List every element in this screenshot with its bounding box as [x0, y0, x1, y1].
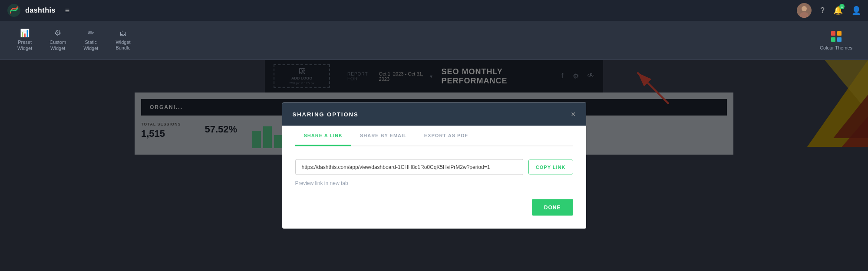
preset-widget-label: PresetWidget: [17, 40, 32, 51]
copy-link-button[interactable]: COPY LINK: [528, 160, 573, 175]
modal-footer: DONE: [295, 199, 573, 216]
main-area: 🖼 ADD LOGO 250 px X 125 px REPORT FOR Oc…: [0, 60, 868, 271]
modal-tabs: SHARE A LINK SHARE BY EMAIL EXPORT AS PD…: [295, 126, 573, 146]
svg-point-1: [802, 6, 807, 11]
tab-export-pdf[interactable]: EXPORT AS PDF: [416, 126, 477, 146]
tab-share-email-label: SHARE BY EMAIL: [360, 133, 407, 138]
svg-rect-3: [831, 31, 835, 36]
widget-bundle-icon: 🗂: [119, 29, 127, 38]
svg-rect-4: [837, 31, 842, 36]
logo-area: dashthis ≡: [7, 3, 69, 17]
preset-widget-icon: 📊: [20, 28, 30, 38]
static-widget-icon: ✏: [88, 28, 94, 38]
tab-static-widget[interactable]: ✏ StaticWidget: [75, 21, 107, 59]
tab-colour-themes[interactable]: Colour Themes: [813, 21, 859, 59]
tab-share-link[interactable]: SHARE A LINK: [295, 126, 351, 146]
modal-close-button[interactable]: ×: [571, 110, 576, 118]
help-button[interactable]: ?: [820, 6, 825, 15]
sharing-modal: SHARING OPTIONS × SHARE A LINK SHARE BY …: [282, 102, 586, 229]
svg-rect-6: [837, 37, 842, 42]
widget-bundle-label: WidgetBundle: [116, 40, 130, 51]
app-name: dashthis: [25, 7, 56, 14]
hamburger-menu[interactable]: ≡: [65, 6, 70, 15]
modal-body: SHARE A LINK SHARE BY EMAIL EXPORT AS PD…: [282, 126, 586, 229]
nav-right: ? 🔔 1 👤: [797, 3, 861, 18]
modal-title: SHARING OPTIONS: [293, 111, 359, 117]
notifications-button[interactable]: 🔔 1: [833, 6, 843, 15]
tab-export-pdf-label: EXPORT AS PDF: [424, 133, 468, 138]
user-avatar[interactable]: [797, 3, 812, 18]
svg-point-2: [800, 12, 809, 18]
preview-link[interactable]: Preview link in new tab: [295, 180, 573, 186]
tab-widget-bundle[interactable]: 🗂 WidgetBundle: [107, 21, 139, 59]
colour-themes-icon: [830, 30, 842, 43]
modal-header: SHARING OPTIONS ×: [282, 102, 586, 126]
static-widget-label: StaticWidget: [83, 40, 98, 51]
user-menu-button[interactable]: 👤: [851, 6, 861, 15]
dashthis-logo-icon: [7, 3, 21, 17]
link-row: COPY LINK: [295, 159, 573, 175]
custom-widget-label: CustomWidget: [50, 40, 66, 51]
share-link-input[interactable]: [295, 159, 523, 175]
tab-share-link-label: SHARE A LINK: [304, 133, 343, 138]
done-button[interactable]: DONE: [532, 199, 573, 216]
svg-rect-5: [831, 37, 835, 42]
custom-widget-icon: ⚙: [54, 28, 61, 38]
colour-themes-label: Colour Themes: [820, 45, 852, 50]
tab-share-email[interactable]: SHARE BY EMAIL: [351, 126, 416, 146]
top-navigation: dashthis ≡ ? 🔔 1 👤: [0, 0, 868, 21]
widget-toolbar: 📊 PresetWidget ⚙ CustomWidget ✏ StaticWi…: [0, 21, 868, 60]
notification-badge: 1: [839, 4, 845, 9]
tab-custom-widget[interactable]: ⚙ CustomWidget: [41, 21, 75, 59]
tab-preset-widget[interactable]: 📊 PresetWidget: [9, 21, 41, 59]
